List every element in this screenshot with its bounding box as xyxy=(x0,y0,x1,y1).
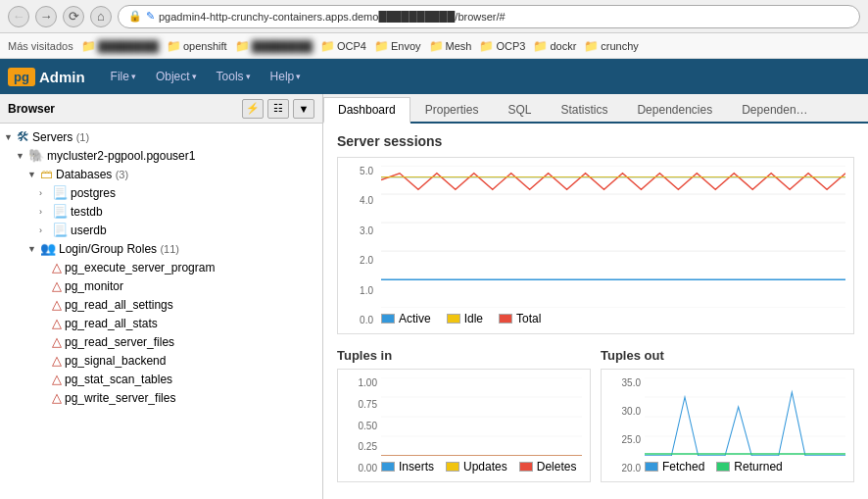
legend-label: Fetched xyxy=(662,460,704,474)
bookmark-ocp4[interactable]: 📁 OCP4 xyxy=(320,39,366,53)
bookmark-label: ████████ xyxy=(252,40,313,52)
tree-label: pg_read_all_stats xyxy=(65,317,158,330)
tuples-in-legend: Inserts Updates Deletes xyxy=(381,456,582,474)
tab-sql[interactable]: SQL xyxy=(493,97,546,122)
tree-item-cluster[interactable]: ▼ 🐘 mycluster2-pgpool.pgouser1 xyxy=(0,146,322,165)
role-icon: △ xyxy=(52,297,62,312)
tuples-in-y-axis: 1.00 0.75 0.50 0.25 0.00 xyxy=(346,377,377,474)
main-area: Browser ⚡ ☷ ▼ ▼ 🛠 Servers (1) ▼ 🐘 myclus… xyxy=(0,94,868,499)
forward-button[interactable]: → xyxy=(35,6,57,27)
tree-item-role-signal[interactable]: △ pg_signal_backend xyxy=(0,351,322,370)
tree-item-userdb[interactable]: › 📃 userdb xyxy=(0,221,322,239)
reload-button[interactable]: ⟳ xyxy=(63,6,84,27)
chevron-down-icon: ▾ xyxy=(192,72,197,81)
sidebar-header: Browser ⚡ ☷ ▼ xyxy=(0,94,322,124)
tab-dashboard[interactable]: Dashboard xyxy=(323,97,410,124)
folder-icon: 📁 xyxy=(533,39,548,53)
tree-item-role-write-files[interactable]: △ pg_write_server_files xyxy=(0,388,322,407)
bookmark-dockr[interactable]: 📁 dockr xyxy=(533,39,576,53)
tree-item-postgres[interactable]: › 📃 postgres xyxy=(0,183,322,202)
database-icon: 🗃 xyxy=(40,167,53,181)
bookmark-blurred2[interactable]: 📁 ████████ xyxy=(235,39,313,53)
menu-file[interactable]: File ▾ xyxy=(101,66,146,87)
bookmark-blurred1[interactable]: 📁 ████████ xyxy=(81,39,159,53)
tab-properties[interactable]: Properties xyxy=(410,97,494,122)
tree-item-testdb[interactable]: › 📃 testdb xyxy=(0,202,322,221)
folder-icon: 📁 xyxy=(429,39,444,53)
tree-label: mycluster2-pgpool.pgouser1 xyxy=(47,149,195,163)
server-icon: 🛠 xyxy=(17,129,29,144)
legend-deletes: Deletes xyxy=(519,460,577,474)
expand-arrow-icon: ▼ xyxy=(27,170,37,179)
tree-label: pg_write_server_files xyxy=(65,391,175,405)
tree-item-role-monitor[interactable]: △ pg_monitor xyxy=(0,276,322,295)
legend-label: Inserts xyxy=(399,460,434,474)
pg-logo: pg xyxy=(8,68,35,86)
back-button[interactable]: ← xyxy=(8,6,29,27)
bookmarks-bar: Más visitados 📁 ████████ 📁 openshift 📁 █… xyxy=(0,33,868,59)
tree-item-role-stat-scan[interactable]: △ pg_stat_scan_tables xyxy=(0,370,322,388)
tree-item-databases[interactable]: ▼ 🗃 Databases (3) xyxy=(0,165,322,183)
legend-color-icon xyxy=(447,314,460,324)
db-icon: 📃 xyxy=(52,185,68,200)
menu-tools[interactable]: Tools ▾ xyxy=(207,66,261,87)
tree-label: pg_execute_server_program xyxy=(65,261,215,274)
address-bar[interactable]: 🔒 ✎ pgadmin4-http-crunchy-containers.app… xyxy=(118,5,860,28)
arrow-icon xyxy=(39,300,49,310)
legend-label: Deletes xyxy=(537,460,577,474)
bookmark-crunchy[interactable]: 📁 crunchy xyxy=(584,39,639,53)
bookmark-envoy[interactable]: 📁 Envoy xyxy=(374,39,421,53)
tree-label: testdb xyxy=(71,205,103,219)
tree-item-role-read-stats[interactable]: △ pg_read_all_stats xyxy=(0,314,322,332)
bookmark-mesh[interactable]: 📁 Mesh xyxy=(429,39,472,53)
bookmark-label: OCP3 xyxy=(496,40,525,52)
tab-dashboard-label: Dashboard xyxy=(338,103,396,117)
y-label: 1.0 xyxy=(360,285,373,296)
y-label: 25.0 xyxy=(622,434,641,445)
folder-icon: 📁 xyxy=(81,39,96,53)
legend-active: Active xyxy=(381,312,431,325)
home-button[interactable]: ⌂ xyxy=(90,6,112,27)
charts-row: Tuples in 1.00 0.75 0.50 0.25 0.00 xyxy=(337,348,854,482)
legend-color-icon xyxy=(499,314,512,324)
arrow-icon xyxy=(39,319,49,328)
legend-label: Active xyxy=(399,312,431,325)
legend-inserts: Inserts xyxy=(381,460,434,474)
tab-dependents[interactable]: Dependen… xyxy=(727,97,822,122)
tree-item-roles[interactable]: ▼ 👥 Login/Group Roles (11) xyxy=(0,239,322,258)
lightning-button[interactable]: ⚡ xyxy=(242,99,264,119)
menu-object[interactable]: Object ▾ xyxy=(146,66,207,87)
tree-label: pg_stat_scan_tables xyxy=(65,373,172,386)
bookmark-openshift[interactable]: 📁 openshift xyxy=(167,39,227,53)
bookmark-ocp3[interactable]: 📁 OCP3 xyxy=(479,39,525,53)
expand-arrow-icon: › xyxy=(39,207,49,217)
legend-fetched: Fetched xyxy=(645,460,704,474)
tree-item-role-execute[interactable]: △ pg_execute_server_program xyxy=(0,258,322,276)
sessions-svg xyxy=(381,166,845,308)
y-label: 0.75 xyxy=(359,399,377,410)
menu-help[interactable]: Help ▾ xyxy=(261,66,312,87)
folder-icon: 📁 xyxy=(235,39,250,53)
tree-label: pg_signal_backend xyxy=(65,354,166,368)
legend-color-icon xyxy=(446,462,459,472)
legend-total: Total xyxy=(499,312,541,325)
tree-item-servers[interactable]: ▼ 🛠 Servers (1) xyxy=(0,127,322,146)
filter-button[interactable]: ▼ xyxy=(293,99,314,119)
expand-arrow-icon: ▼ xyxy=(16,151,25,161)
expand-arrow-icon: ▼ xyxy=(4,132,14,142)
grid-button[interactable]: ☷ xyxy=(267,99,289,119)
tab-statistics[interactable]: Statistics xyxy=(546,97,622,122)
tree-label: pg_read_all_settings xyxy=(65,298,173,312)
arrow-icon xyxy=(39,281,49,291)
tab-properties-label: Properties xyxy=(425,103,479,117)
legend-returned: Returned xyxy=(716,460,782,474)
browser-tree: ▼ 🛠 Servers (1) ▼ 🐘 mycluster2-pgpool.pg… xyxy=(0,124,322,499)
tree-item-role-read-settings[interactable]: △ pg_read_all_settings xyxy=(0,295,322,314)
folder-icon: 📁 xyxy=(584,39,599,53)
y-label: 3.0 xyxy=(360,225,373,236)
tab-dependencies[interactable]: Dependencies xyxy=(622,97,727,122)
pgadmin-header: pg Admin File ▾ Object ▾ Tools ▾ Help ▾ xyxy=(0,59,868,94)
sessions-chart-area xyxy=(381,166,845,308)
role-icon: △ xyxy=(52,390,62,405)
tree-item-role-read-files[interactable]: △ pg_read_server_files xyxy=(0,332,322,351)
